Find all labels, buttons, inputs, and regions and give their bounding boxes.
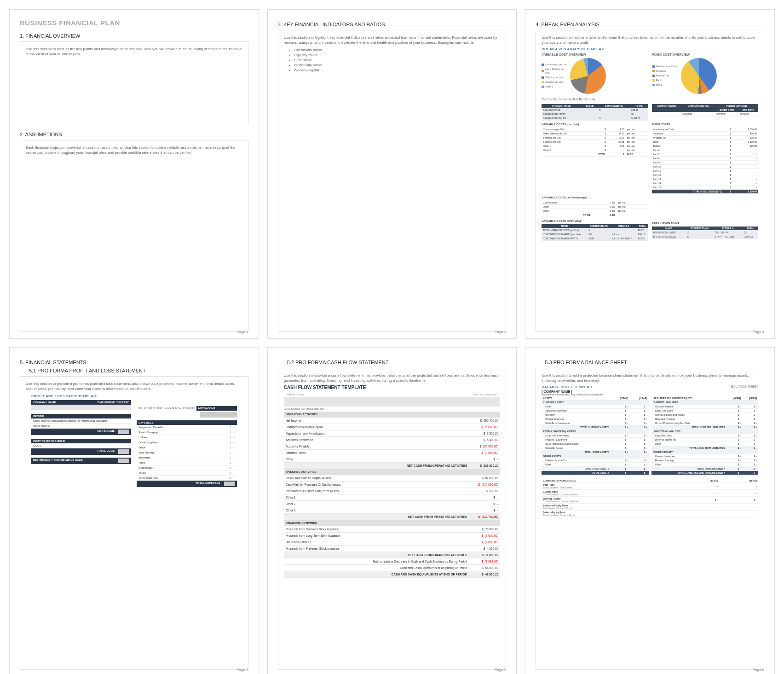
bs-assets-table: ASSETS[YEAR][YEAR]CURRENT ASSETSCash$ –$… <box>542 396 648 475</box>
pl-columns: COMPANY NAMETIME PERIOD COVERED INCOME S… <box>26 400 242 487</box>
page-number: Page 6 <box>753 668 764 672</box>
page-1: BUSINESS FINANCIAL PLAN 1. FINANCIAL OVE… <box>9 9 259 339</box>
vc-overview-table: NAMEEXPRESSED ASFORMULATOTAL TOTAL VARIA… <box>542 224 648 241</box>
page-number: Page 1 <box>236 330 248 334</box>
expenses-header: EXPENSES <box>137 420 236 425</box>
page-grid: BUSINESS FINANCIAL PLAN 1. FINANCIAL OVE… <box>0 0 784 674</box>
pl-left: COMPANY NAMETIME PERIOD COVERED INCOME S… <box>31 400 131 487</box>
cogs-header: COST OF GOODS SOLD <box>31 439 131 443</box>
section-3-desc: Use this section to highlight key financ… <box>284 35 501 45</box>
section-5-1-box: Use this section to provide a pro forma … <box>20 376 248 670</box>
page-3: 4. BREAK-EVEN ANALYSIS Use this section … <box>525 9 775 339</box>
variable-cost-chart: VARIABLE COST OVERVIEW Commission per Un… <box>542 52 647 94</box>
page-number: Page 4 <box>236 668 248 672</box>
section-5-3-desc: Use this section to add a projected bala… <box>542 373 758 383</box>
ratio-list: Operations ratios Liquidity ratios Debt … <box>294 48 501 72</box>
pl-header-left: COMPANY NAMETIME PERIOD COVERED <box>31 400 131 405</box>
fc-legend: Administrative CostsInsuranceProperty Ta… <box>652 64 679 87</box>
page-number: Page 2 <box>495 330 506 334</box>
ov-header: VARIABLE COSTS OVERVIEW <box>542 220 648 222</box>
section-2-desc: Each financial projection provided is ba… <box>26 145 242 155</box>
fc-pie-chart <box>681 58 717 94</box>
bs-ratios-table: COMMON FINANCIAL RATIOS[YEAR][YEAR]Debt … <box>542 479 758 517</box>
section-2-box: Each financial projection provided is ba… <box>20 140 248 332</box>
breakeven-point-table: NAMEEXPRESSED ASFORMULATOTAL BREAK-EVEN … <box>652 227 758 239</box>
page-number: Page 5 <box>495 668 506 672</box>
section-4-box: Use this section to include a table and/… <box>536 30 764 332</box>
vc-pie-chart <box>570 58 606 94</box>
section-5-1-title: 5.1 PRO FORMA PROFIT AND LOSS STATEMENT <box>29 368 248 373</box>
pl-right: VALUES SET TO ZERO INDICATE TOTAL EXPENS… <box>137 400 236 487</box>
income-header: INCOME <box>31 414 131 418</box>
section-1-desc: Use this section to discuss the key poin… <box>26 46 242 57</box>
vcp-header: VARIABLE COSTS (as Percentage) <box>542 196 648 199</box>
section-5-2-box: Use this section to provide a cash flow … <box>278 368 507 670</box>
list-item: Debt ratios <box>294 58 501 62</box>
product-sales-table: PRODUCT NAMESALESEXPRESSED ASTOTAL SELLI… <box>542 104 648 121</box>
variable-costs-table: Commission per Unit$14.00per unitDirect … <box>542 128 648 157</box>
table-note: Complete non-shaded fields only <box>542 97 758 102</box>
fc-table-header: FIXED COSTS <box>652 123 758 126</box>
fixed-cost-chart: FIXED COST OVERVIEW Administrative Costs… <box>652 52 758 94</box>
page-4: 5. FINANCIAL STATEMENTS 5.1 PRO FORMA PR… <box>9 347 259 674</box>
fixed-costs-table: Administrative Costs$2,500.00Insurance$4… <box>652 128 758 194</box>
cashflow-template-title: CASH FLOW STATEMENT TEMPLATE <box>284 385 501 390</box>
section-5-3-title: 5.3 PRO FORMA BALANCE SHEET <box>545 360 764 365</box>
document-title: BUSINESS FINANCIAL PLAN <box>20 19 248 27</box>
section-4-desc: Use this section to include a table and/… <box>542 35 758 45</box>
page-5: 5.2 PRO FORMA CASH FLOW STATEMENT Use th… <box>267 347 517 674</box>
company-period-table: COMPANY NAMEDATE CONDUCTEDPERIOD COVERED… <box>652 104 758 116</box>
section-5-title: 5. FINANCIAL STATEMENTS <box>20 360 248 365</box>
section-5-1-desc: Use this section to provide a pro forma … <box>26 381 242 391</box>
vc-chart-title: VARIABLE COST OVERVIEW <box>542 53 647 56</box>
section-3-box: Use this section to highlight key financ… <box>278 30 507 332</box>
bs-template-title: BALANCE SHEET TEMPLATEBALANCE SHEET <box>542 385 758 389</box>
expenses-rows: Wages and Benefits$ –Rent / Mortgage$ –U… <box>137 425 236 481</box>
section-1-box: Use this section to discuss the key poin… <box>20 41 248 125</box>
bs-liabilities-table: LIABILITIES AND OWNER'S EQUITY[YEAR][YEA… <box>651 396 758 475</box>
list-item: Profitability ratios <box>294 63 501 67</box>
list-item: Working capital <box>294 68 501 72</box>
pl-template-title: PROFIT AND LOSS BASIC TEMPLATE <box>31 394 242 398</box>
section-3-title: 3. KEY FINANCIAL INDICATORS AND RATIOS <box>278 22 507 27</box>
page-2: 3. KEY FINANCIAL INDICATORS AND RATIOS U… <box>267 9 517 339</box>
list-item: Operations ratios <box>294 48 501 52</box>
variable-costs-pct-table: Commissions0.5%per unitOther0.0%per unit… <box>542 201 648 217</box>
vc-legend: Commission per UnitDirect Material per U… <box>542 63 568 89</box>
page-number: Page 3 <box>753 330 764 334</box>
section-5-2-desc: Use this section to provide a cash flow … <box>284 373 501 383</box>
section-5-2-title: 5.2 PRO FORMA CASH FLOW STATEMENT <box>287 360 507 365</box>
cashflow-header-table: COMPANY NAMEFOR THE YEAR ENDED <box>284 392 501 407</box>
section-2-title: 2. ASSUMPTIONS <box>20 132 248 137</box>
list-item: Liquidity ratios <box>294 53 501 57</box>
fc-chart-title: FIXED COST OVERVIEW <box>652 53 758 56</box>
net-income-footer: NET INCOME = INCOME MINUS CoGS– <box>31 458 131 464</box>
cashflow-table: OPERATING ACTIVITIESNet Income$ 590,400.… <box>284 412 501 578</box>
section-1-title: 1. FINANCIAL OVERVIEW <box>20 33 248 39</box>
charts-row: VARIABLE COST OVERVIEW Commission per Un… <box>542 52 758 94</box>
section-5-3-box: Use this section to add a projected bala… <box>536 368 764 670</box>
section-4-title: 4. BREAK-EVEN ANALYSIS <box>536 22 764 27</box>
bep-header: BREAK-EVEN POINT <box>652 222 758 225</box>
vc-table-header: VARIABLE COSTS (per Unit) <box>542 123 648 126</box>
bs-company: [ COMPANY NAME ] <box>542 390 758 393</box>
page-6: 5.3 PRO FORMA BALANCE SHEET Use this sec… <box>525 347 775 674</box>
breakeven-template-title: BREAK-EVEN ANALYSIS TEMPLATE <box>542 47 758 51</box>
